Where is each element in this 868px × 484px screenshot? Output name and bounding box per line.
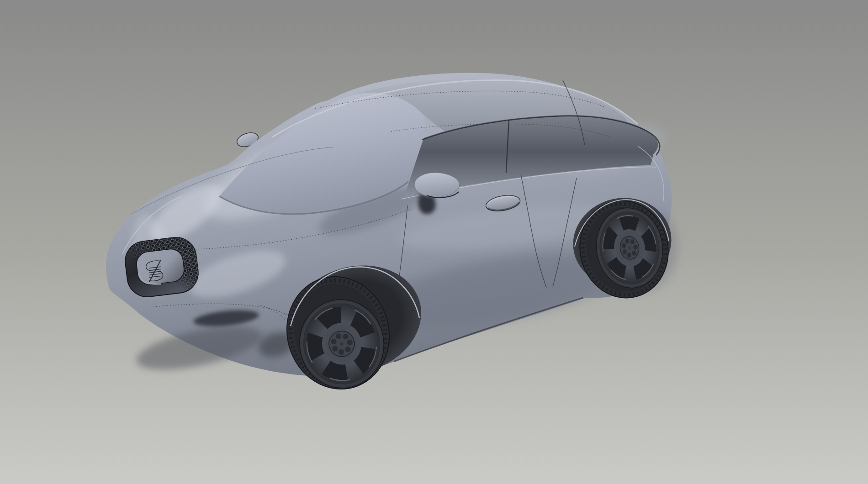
b-pillar-seam (506, 120, 509, 173)
bumper-highlight (184, 241, 291, 307)
rear-hub (619, 235, 640, 260)
badge-hatch-2 (149, 269, 161, 270)
studio-backdrop (0, 0, 868, 484)
cowl-shadow (314, 178, 428, 244)
intake-shadow (193, 308, 260, 329)
badge-hatch-1 (149, 267, 161, 268)
front-lug-bolts (330, 331, 355, 357)
rear-rim-outer (591, 204, 667, 292)
far-mirror (235, 130, 260, 149)
seam-lines (122, 80, 664, 362)
drip-line (422, 116, 660, 155)
mid-door-cut (521, 174, 546, 288)
lug-bolt (331, 338, 337, 345)
badge-hatch-5 (149, 276, 161, 277)
roof-seam-dotted-1 (315, 91, 604, 109)
foglamp-recess (256, 329, 297, 361)
front-tire-tread (278, 269, 398, 397)
rear-tire (570, 191, 678, 307)
body-shading (127, 114, 682, 378)
lug-bolt (627, 253, 631, 258)
hatch-seam-roof (563, 80, 585, 145)
rear-rim (587, 198, 673, 298)
lug-bolt (622, 249, 627, 254)
front-wheel (274, 250, 434, 401)
rear-tire-tread (573, 195, 674, 303)
front-grille (123, 235, 201, 299)
lug-bolt (343, 333, 349, 340)
door-handle (485, 193, 521, 214)
roof-edge-highlight (272, 80, 638, 137)
taillight-curve (638, 146, 664, 201)
lug-bolt (332, 346, 338, 352)
grille-lip-highlight (138, 271, 161, 286)
front-spoke-cutouts (311, 311, 373, 377)
door-reflection (396, 196, 627, 258)
rear-spoke-edges (594, 204, 666, 292)
rear-arch-lip (575, 200, 669, 247)
front-hub (327, 329, 357, 359)
far-mirror-head (235, 130, 260, 149)
front-arch-lip (291, 267, 419, 326)
rear-rim-dish (595, 208, 664, 289)
lug-bolt (625, 238, 630, 244)
lug-bolt (632, 250, 636, 256)
rear-hub-center (628, 246, 631, 250)
door-handle-shadow (487, 203, 520, 213)
front-rim-dish (297, 297, 386, 390)
front-wheel-well (277, 250, 434, 389)
badge-slash (147, 260, 163, 282)
under-bumper-shadow (133, 318, 265, 379)
front-tire (274, 264, 402, 401)
badge-s-outline (145, 260, 164, 282)
hood-highlight (193, 115, 371, 237)
rocker-edge (394, 298, 583, 362)
badge-hatch-4 (149, 274, 161, 275)
lug-bolt (633, 244, 638, 250)
rear-door-cut (553, 178, 577, 287)
hood-seam-dotted (196, 203, 426, 249)
rear-tire-sidewall (577, 199, 671, 300)
front-spoke-edges (305, 304, 378, 383)
fender-character-line (122, 196, 181, 254)
front-hub-center (339, 342, 344, 346)
fender-highlight (142, 174, 231, 252)
grille-ring (123, 235, 201, 299)
car (106, 73, 682, 401)
car-body (106, 73, 672, 377)
lug-bolt (335, 333, 342, 339)
rear-bumper-shade (612, 206, 681, 294)
bumper-seam-dotted (153, 304, 298, 322)
lug-bolt (338, 349, 344, 355)
windshield (219, 93, 425, 214)
front-face-streak (127, 212, 175, 299)
mirror-head (414, 173, 460, 197)
mirror-base (418, 194, 436, 214)
mirror-underline (427, 192, 459, 198)
beltline-highlight (401, 167, 656, 199)
lug-bolt (345, 346, 351, 352)
foglamp-seam-dotted (259, 305, 289, 344)
lower-body-shadow (367, 239, 620, 342)
front-rim (292, 293, 391, 395)
rear-lug-bolts (621, 237, 639, 259)
rear-wheel (565, 189, 679, 307)
front-fascia (123, 235, 297, 361)
door-handle-highlight (487, 195, 516, 203)
front-door-cut (397, 205, 408, 297)
rear-quarter-highlight (554, 114, 671, 188)
car-3d-render: Monochrome 3D CAD-style studio render of… (0, 0, 868, 484)
rear-spoke-cutouts (601, 213, 658, 284)
door-handle-body (485, 193, 521, 214)
rear-wheel-well (565, 189, 679, 295)
badge-hatch-3 (149, 271, 161, 273)
seat-s-logo-icon (145, 260, 164, 282)
side-glass (404, 115, 658, 197)
lug-bolt (347, 339, 353, 346)
grille-inner-panel (135, 247, 185, 286)
windshield-cowl-shadow (219, 182, 408, 214)
hood-fender-seam (131, 147, 333, 215)
roof-seam-dotted-2 (391, 124, 610, 137)
lug-bolt (621, 243, 626, 248)
lug-bolt (630, 239, 635, 244)
